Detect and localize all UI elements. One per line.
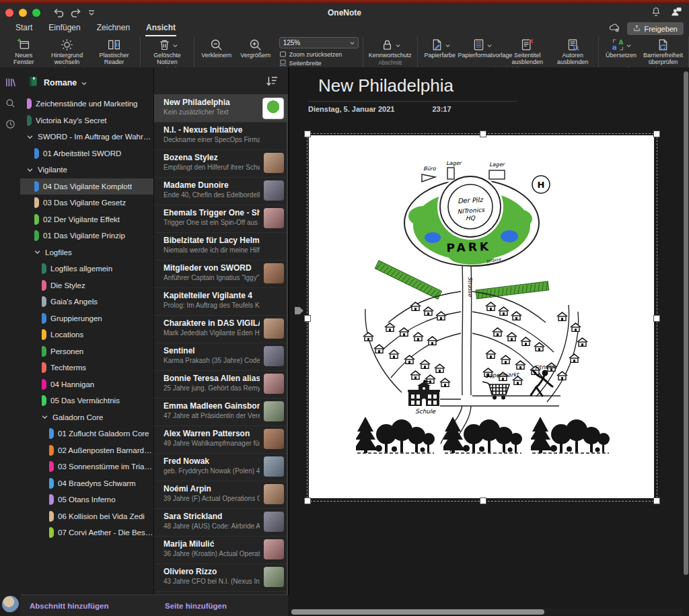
- sidebar-item[interactable]: 02 Der Vigilante Effekt: [20, 211, 153, 228]
- page-list-item[interactable]: N.I. - Nexus Initiative Deckname einer S…: [154, 122, 288, 149]
- sidebar-item[interactable]: 04 Das Vigilante Komplott: [20, 178, 153, 195]
- ribbon-button[interactable]: Gelöschte Notizen: [145, 37, 189, 65]
- ribbon-button[interactable]: Hintergrund wechseln: [45, 37, 89, 65]
- page-width-button[interactable]: Seitenbreite: [279, 59, 359, 67]
- redo-button[interactable]: [70, 7, 82, 18]
- page-list-item[interactable]: New Philadelphia Kein zusätzlicher Text: [154, 94, 288, 122]
- ribbon-tab[interactable]: Zeichnen: [96, 22, 131, 36]
- sidebar-item[interactable]: Personen: [20, 343, 153, 360]
- horizontal-scrollbar[interactable]: [291, 609, 544, 615]
- ribbon-button[interactable]: Kennwortschutz: [367, 37, 413, 59]
- page-list-item[interactable]: Fred Nowak geb. Fryddrych Nowak (Polen) …: [154, 453, 288, 481]
- sidebar-item[interactable]: Locations: [20, 327, 153, 343]
- sidebar-item[interactable]: 04 Braedyns Schwarm: [20, 475, 153, 492]
- sidebar-item[interactable]: Logfiles allgemein: [20, 261, 153, 277]
- sidebar-item[interactable]: 06 Kollision bei Vida Zedi: [20, 508, 153, 525]
- resize-handle-n[interactable]: [480, 131, 486, 137]
- sidebar-item[interactable]: 04 Hannigan: [20, 376, 153, 393]
- sidebar-item[interactable]: 01 Arbeitstitel SWORD: [20, 145, 153, 162]
- undo-button[interactable]: [52, 7, 65, 18]
- sidebar-item[interactable]: Gruppierungen: [20, 310, 153, 327]
- resize-handle-e[interactable]: [653, 315, 660, 322]
- resize-handle-se[interactable]: [653, 498, 660, 504]
- map-drawing[interactable]: Der Pilz NITronics HQ PARK Büro Lager La…: [309, 135, 654, 498]
- chevron-down-icon[interactable]: [27, 168, 34, 172]
- add-page-bar[interactable]: Seite hinzufügen: [154, 594, 288, 616]
- notebook-selector[interactable]: Romane: [20, 67, 153, 96]
- ribbon-button[interactable]: aA Übersetzen: [603, 37, 639, 59]
- zoom-reset-button[interactable]: Zoom zurücksetzen: [279, 50, 359, 59]
- page-list-item[interactable]: Mitglieder von SWORD Anführer Captain Ig…: [154, 260, 288, 287]
- notifications-bell-icon[interactable]: [651, 6, 661, 20]
- maximize-window-button[interactable]: [32, 9, 40, 17]
- add-section-bar[interactable]: Abschnitt hinzufügen: [20, 594, 154, 616]
- sidebar-item[interactable]: 07 Corvi Aether - Die Bestimmu…: [20, 524, 153, 541]
- sidebar-item[interactable]: 05 Das Vermächtnis: [20, 392, 153, 409]
- page-list-item[interactable]: Bibelzitate für Lacy Helms Niemals werde…: [154, 232, 288, 260]
- page-list-item[interactable]: Marija Milulić 36 Jahre (Kroatin) Actual…: [154, 536, 288, 563]
- image-selection[interactable]: Der Pilz NITronics HQ PARK Büro Lager La…: [307, 133, 657, 502]
- sidebar-item[interactable]: Gaia's Angels: [20, 294, 153, 310]
- sidebar-item[interactable]: Galadorn Core: [20, 409, 153, 426]
- sidebar-item[interactable]: Logfiles: [20, 244, 153, 261]
- page-list-item[interactable]: Bozena Stylez Empfängt den Hilferuf ihre…: [154, 149, 288, 177]
- ribbon-button[interactable]: Papierformatvorlage: [461, 37, 503, 59]
- ribbon-button[interactable]: Seitentitel ausblenden: [506, 37, 548, 65]
- page-list-item[interactable]: Madame Dunoire Ende 40, Chefin des Edelb…: [154, 177, 288, 205]
- sidebar-item[interactable]: 01 Das Vigilante Prinzip: [20, 228, 153, 244]
- chevron-down-icon[interactable]: [34, 250, 41, 254]
- sidebar-item[interactable]: 01 Zuflucht Galadorn Core: [20, 425, 153, 442]
- vertical-scrollbar[interactable]: [684, 71, 688, 575]
- ribbon-button[interactable]: Vergrößern: [238, 37, 274, 59]
- resize-handle-sw[interactable]: [304, 498, 311, 504]
- sidebar-item[interactable]: 03 Sonnenstürme im Triangulum: [20, 458, 153, 475]
- contact-feedback-icon[interactable]: [671, 6, 682, 20]
- sidebar-item[interactable]: SWORD - Im Auftrag der Wahrheit: [20, 129, 153, 145]
- resize-handle-w[interactable]: [304, 315, 311, 322]
- page-title[interactable]: New Philadelphia: [318, 75, 454, 96]
- sidebar-item[interactable]: 05 Otans Inferno: [20, 491, 153, 508]
- resize-handle-s[interactable]: [480, 498, 486, 504]
- minimize-window-button[interactable]: [19, 9, 27, 17]
- resize-handle-ne[interactable]: [653, 131, 660, 137]
- share-button[interactable]: Freigeben: [627, 22, 684, 35]
- chevron-down-icon[interactable]: [42, 415, 48, 419]
- ribbon-button[interactable]: Plastischer Reader: [92, 37, 137, 65]
- page-list-item[interactable]: Noémi Arpin 39 Jahre (F) Actual Operatio…: [154, 481, 288, 508]
- horizontal-scrollbar-track[interactable]: [290, 609, 682, 615]
- sidebar-item[interactable]: Vigilante: [20, 162, 153, 178]
- sidebar-item[interactable]: 02 Außenposten Barnards Rift: [20, 442, 153, 459]
- zoom-level-select[interactable]: 125%: [279, 37, 359, 48]
- ribbon-tab[interactable]: Einfügen: [48, 22, 81, 36]
- ribbon-tab[interactable]: Ansicht: [145, 22, 176, 36]
- ribbon-button[interactable]: Barrierefreiheit überprüfen: [642, 37, 684, 65]
- notebooks-library-icon[interactable]: [0, 77, 20, 88]
- ribbon-tab[interactable]: Start: [15, 22, 33, 36]
- page-list-item[interactable]: Sentinel Karma Prakash (35 Jahre) Code: …: [154, 343, 288, 370]
- ribbon-button[interactable]: Verkleinern: [198, 37, 235, 59]
- sidebar-item[interactable]: Techterms: [20, 360, 153, 376]
- page-list-item[interactable]: Bonnie Teresa Allen alias Rem… 25 Jahre …: [154, 370, 288, 398]
- pages-scrollbar[interactable]: [287, 94, 288, 595]
- page-list-item[interactable]: Sara Strickland 48 Jahre (AUS) Code: Air…: [154, 508, 288, 536]
- sync-cloud-icon[interactable]: [608, 22, 620, 35]
- sort-pages-icon[interactable]: [265, 75, 279, 90]
- sidebar-item[interactable]: 03 Das Vigilante Gesetz: [20, 195, 153, 211]
- chevron-down-icon[interactable]: [27, 135, 34, 139]
- page-list-item[interactable]: Ehemals Trigger One - Short… Trigger One…: [154, 205, 288, 232]
- sidebar-item[interactable]: Zeichenstände und Marketing: [20, 96, 153, 112]
- sidebar-item[interactable]: Die Stylez: [20, 277, 153, 294]
- ribbon-button[interactable]: Neues Fenster: [5, 37, 42, 65]
- close-window-button[interactable]: [5, 9, 13, 17]
- page-canvas-pane[interactable]: New Philadelphia Dienstag, 5. Januar 202…: [290, 67, 689, 616]
- page-list-item[interactable]: Emma Madleen Gainsborough 47 Jahre alt P…: [154, 398, 288, 425]
- resize-handle-nw[interactable]: [304, 131, 311, 137]
- page-list-item[interactable]: Kapitelteiler Vigilante 4 Prolog: Im Auf…: [154, 287, 288, 315]
- page-list-item[interactable]: Alex Warren Patterson 49 Jahre Wahlkampf…: [154, 425, 288, 453]
- page-list-item[interactable]: Charaktere in DAS VIGILANTE… Mark Jededi…: [154, 315, 288, 343]
- sidebar-item[interactable]: Victoria Kay's Secret: [20, 112, 153, 129]
- page-list-item[interactable]: Oliviero Rizzo 43 Jahre CFO bei N.I. (Ne…: [154, 563, 288, 591]
- recent-clock-icon[interactable]: [0, 118, 20, 130]
- toolbar-overflow-icon[interactable]: [87, 9, 96, 16]
- search-icon[interactable]: [0, 98, 20, 109]
